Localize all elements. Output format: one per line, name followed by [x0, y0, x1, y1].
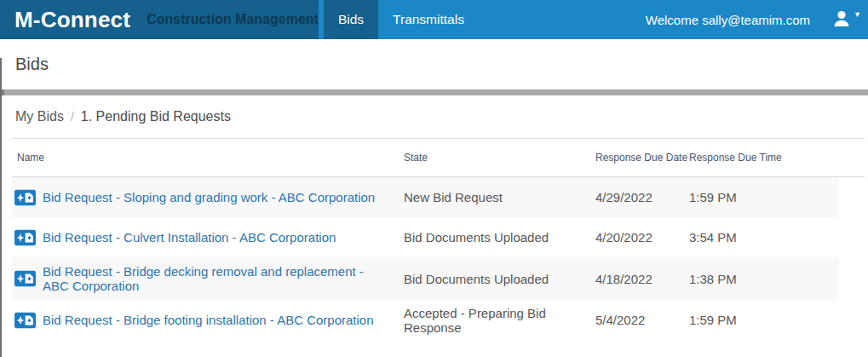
caret-down-icon: ▼ [854, 11, 861, 19]
user-icon [832, 9, 852, 32]
column-header-state[interactable]: State [392, 152, 583, 164]
page-title-bar: Bids [0, 39, 868, 89]
column-header-name[interactable]: Name [12, 152, 392, 164]
bid-table-body: Bid Request - Sloping and grading work -… [0, 177, 868, 341]
brand-area: M-Connect Construction Management [0, 0, 319, 39]
app-window: M-Connect Construction Management Bids T… [0, 0, 868, 357]
response-due-time-cell: 1:38 PM [677, 272, 839, 286]
response-due-date-cell: 4/20/2022 [583, 230, 677, 245]
name-cell: Bid Request - Bridge decking removal and… [12, 257, 392, 301]
bid-request-link[interactable]: Bid Request - Culvert Installation - ABC… [43, 230, 336, 245]
column-header-response-due-time[interactable]: Response Due Time [677, 152, 839, 164]
response-due-time-cell: 1:59 PM [677, 313, 839, 327]
breadcrumb-pending-bid-requests: 1. Pending Bid Requests [81, 109, 231, 124]
table-row[interactable]: Bid Request - Bridge footing installatio… [12, 301, 839, 341]
table-row[interactable]: Bid Request - Sloping and grading work -… [12, 177, 839, 217]
window-edge-line [0, 58, 2, 357]
column-header-response-due-date[interactable]: Response Due Date [583, 152, 677, 164]
app-logo[interactable]: M-Connect [14, 7, 130, 33]
bid-request-document-icon [14, 189, 36, 205]
bid-request-link[interactable]: Bid Request - Sloping and grading work -… [43, 190, 375, 204]
nav-tab-transmittals[interactable]: Transmittals [378, 0, 479, 39]
welcome-text: Welcome sally@teamim.com [646, 13, 810, 27]
bid-table-header: Name State Response Due Date Response Du… [12, 139, 839, 176]
response-due-date-cell: 4/29/2022 [583, 190, 677, 204]
state-cell: Bid Documents Uploaded [392, 272, 583, 286]
breadcrumb-separator: / [71, 110, 74, 124]
bid-request-link[interactable]: Bid Request - Bridge footing installatio… [43, 313, 374, 327]
bid-request-document-icon [14, 229, 36, 245]
table-row[interactable]: Bid Request - Bridge decking removal and… [12, 257, 839, 301]
state-cell: New Bid Request [392, 190, 583, 204]
response-due-date-cell: 4/18/2022 [583, 272, 677, 286]
name-cell: Bid Request - Bridge footing installatio… [12, 306, 392, 334]
user-menu-button[interactable]: ▼ [832, 9, 861, 32]
state-cell: Accepted - Preparing Bid Response [392, 306, 583, 336]
name-cell: Bid Request - Sloping and grading work -… [12, 183, 392, 211]
breadcrumb: My Bids / 1. Pending Bid Requests [0, 95, 868, 138]
response-due-time-cell: 1:59 PM [677, 190, 839, 204]
response-due-date-cell: 5/4/2022 [583, 313, 677, 327]
bid-request-document-icon [14, 313, 36, 329]
topbar-right: Welcome sally@teamim.com ▼ [646, 0, 868, 39]
app-subtitle: Construction Management [147, 12, 319, 27]
name-cell: Bid Request - Culvert Installation - ABC… [12, 223, 392, 251]
top-navigation-bar: M-Connect Construction Management Bids T… [0, 0, 868, 39]
response-due-time-cell: 3:54 PM [677, 230, 839, 245]
state-cell: Bid Documents Uploaded [392, 230, 583, 245]
section-divider-band [0, 89, 868, 95]
bid-request-document-icon [14, 271, 36, 287]
nav-tab-bids[interactable]: Bids [324, 0, 378, 39]
bid-request-link[interactable]: Bid Request - Bridge decking removal and… [43, 264, 364, 293]
breadcrumb-my-bids[interactable]: My Bids [15, 109, 64, 124]
page-title: Bids [15, 55, 49, 74]
table-row[interactable]: Bid Request - Culvert Installation - ABC… [12, 217, 839, 257]
